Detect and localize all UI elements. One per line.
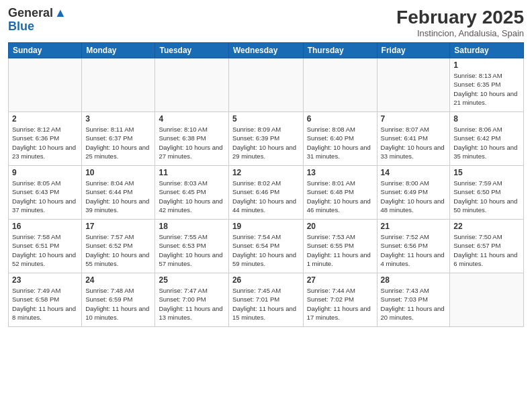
calendar-cell: 8Sunrise: 8:06 AM Sunset: 6:42 PM Daylig… xyxy=(450,112,524,166)
day-info: Sunrise: 8:06 AM Sunset: 6:42 PM Dayligh… xyxy=(453,125,520,161)
calendar-cell: 12Sunrise: 8:02 AM Sunset: 6:46 PM Dayli… xyxy=(228,166,303,220)
day-info: Sunrise: 8:12 AM Sunset: 6:36 PM Dayligh… xyxy=(12,125,78,161)
col-saturday: Saturday xyxy=(450,43,524,58)
col-tuesday: Tuesday xyxy=(155,43,228,58)
calendar-cell xyxy=(377,58,450,112)
day-number: 22 xyxy=(453,222,520,231)
calendar-table: Sunday Monday Tuesday Wednesday Thursday… xyxy=(8,42,524,327)
day-info: Sunrise: 8:05 AM Sunset: 6:43 PM Dayligh… xyxy=(12,179,78,214)
calendar-cell: 20Sunrise: 7:53 AM Sunset: 6:55 PM Dayli… xyxy=(303,220,377,273)
day-info: Sunrise: 8:11 AM Sunset: 6:37 PM Dayligh… xyxy=(85,125,151,161)
day-number: 26 xyxy=(232,275,300,285)
day-number: 27 xyxy=(307,275,373,285)
day-number: 24 xyxy=(85,275,151,285)
calendar-cell: 14Sunrise: 8:00 AM Sunset: 6:49 PM Dayli… xyxy=(377,166,450,220)
calendar-cell: 3Sunrise: 8:11 AM Sunset: 6:37 PM Daylig… xyxy=(82,112,155,166)
day-info: Sunrise: 7:43 AM Sunset: 7:03 PM Dayligh… xyxy=(381,286,447,322)
day-info: Sunrise: 7:47 AM Sunset: 7:00 PM Dayligh… xyxy=(159,286,224,322)
day-info: Sunrise: 8:10 AM Sunset: 6:38 PM Dayligh… xyxy=(159,125,224,161)
calendar-subtitle: Instincion, Andalusia, Spain xyxy=(396,28,524,38)
day-number: 21 xyxy=(381,222,447,231)
col-sunday: Sunday xyxy=(9,43,82,58)
day-info: Sunrise: 7:52 AM Sunset: 6:56 PM Dayligh… xyxy=(381,232,447,268)
day-number: 6 xyxy=(307,114,373,124)
day-info: Sunrise: 8:13 AM Sunset: 6:35 PM Dayligh… xyxy=(453,71,520,107)
day-info: Sunrise: 8:08 AM Sunset: 6:40 PM Dayligh… xyxy=(307,125,373,161)
col-friday: Friday xyxy=(377,43,450,58)
day-number: 5 xyxy=(232,114,300,124)
calendar-cell: 22Sunrise: 7:50 AM Sunset: 6:57 PM Dayli… xyxy=(450,220,524,273)
calendar-cell: 7Sunrise: 8:07 AM Sunset: 6:41 PM Daylig… xyxy=(377,112,450,166)
calendar-cell xyxy=(303,58,377,112)
calendar-cell xyxy=(9,58,82,112)
day-info: Sunrise: 8:04 AM Sunset: 6:44 PM Dayligh… xyxy=(85,179,151,214)
col-wednesday: Wednesday xyxy=(228,43,303,58)
day-info: Sunrise: 8:02 AM Sunset: 6:46 PM Dayligh… xyxy=(232,179,300,214)
calendar-cell xyxy=(450,273,524,327)
day-info: Sunrise: 7:48 AM Sunset: 6:59 PM Dayligh… xyxy=(85,286,151,322)
day-number: 18 xyxy=(159,222,224,231)
day-number: 7 xyxy=(381,114,447,124)
calendar-cell: 21Sunrise: 7:52 AM Sunset: 6:56 PM Dayli… xyxy=(377,220,450,273)
calendar-cell: 27Sunrise: 7:44 AM Sunset: 7:02 PM Dayli… xyxy=(303,273,377,327)
day-number: 9 xyxy=(12,168,78,177)
day-info: Sunrise: 7:49 AM Sunset: 6:58 PM Dayligh… xyxy=(12,286,78,322)
day-number: 19 xyxy=(232,222,300,231)
day-info: Sunrise: 7:59 AM Sunset: 6:50 PM Dayligh… xyxy=(453,179,520,214)
day-info: Sunrise: 8:03 AM Sunset: 6:45 PM Dayligh… xyxy=(159,179,224,214)
calendar-header-row: Sunday Monday Tuesday Wednesday Thursday… xyxy=(9,43,524,58)
logo: General▲ Blue xyxy=(8,7,66,34)
day-number: 25 xyxy=(159,275,224,285)
day-number: 11 xyxy=(159,168,224,177)
day-info: Sunrise: 7:45 AM Sunset: 7:01 PM Dayligh… xyxy=(232,286,300,322)
calendar-cell: 26Sunrise: 7:45 AM Sunset: 7:01 PM Dayli… xyxy=(228,273,303,327)
day-info: Sunrise: 7:44 AM Sunset: 7:02 PM Dayligh… xyxy=(307,286,373,322)
day-number: 15 xyxy=(453,168,520,177)
calendar-cell: 5Sunrise: 8:09 AM Sunset: 6:39 PM Daylig… xyxy=(228,112,303,166)
day-number: 10 xyxy=(85,168,151,177)
day-info: Sunrise: 8:01 AM Sunset: 6:48 PM Dayligh… xyxy=(307,179,373,214)
calendar-cell: 19Sunrise: 7:54 AM Sunset: 6:54 PM Dayli… xyxy=(228,220,303,273)
calendar-cell: 24Sunrise: 7:48 AM Sunset: 6:59 PM Dayli… xyxy=(82,273,155,327)
calendar-cell: 17Sunrise: 7:57 AM Sunset: 6:52 PM Dayli… xyxy=(82,220,155,273)
day-info: Sunrise: 8:07 AM Sunset: 6:41 PM Dayligh… xyxy=(381,125,447,161)
day-number: 8 xyxy=(453,114,520,124)
calendar-cell xyxy=(82,58,155,112)
calendar-week-1: 1Sunrise: 8:13 AM Sunset: 6:35 PM Daylig… xyxy=(9,58,524,112)
calendar-cell xyxy=(155,58,228,112)
calendar-cell: 18Sunrise: 7:55 AM Sunset: 6:53 PM Dayli… xyxy=(155,220,228,273)
day-number: 28 xyxy=(381,275,447,285)
calendar-cell: 28Sunrise: 7:43 AM Sunset: 7:03 PM Dayli… xyxy=(377,273,450,327)
calendar-title: February 2025 xyxy=(396,7,524,28)
day-number: 12 xyxy=(232,168,300,177)
day-number: 23 xyxy=(12,275,78,285)
page-container: General▲ Blue February 2025 Instincion, … xyxy=(0,0,532,411)
calendar-cell: 6Sunrise: 8:08 AM Sunset: 6:40 PM Daylig… xyxy=(303,112,377,166)
day-number: 4 xyxy=(159,114,224,124)
calendar-cell xyxy=(228,58,303,112)
day-number: 2 xyxy=(12,114,78,124)
calendar-cell: 11Sunrise: 8:03 AM Sunset: 6:45 PM Dayli… xyxy=(155,166,228,220)
calendar-cell: 13Sunrise: 8:01 AM Sunset: 6:48 PM Dayli… xyxy=(303,166,377,220)
calendar-cell: 4Sunrise: 8:10 AM Sunset: 6:38 PM Daylig… xyxy=(155,112,228,166)
calendar-cell: 15Sunrise: 7:59 AM Sunset: 6:50 PM Dayli… xyxy=(450,166,524,220)
day-info: Sunrise: 7:50 AM Sunset: 6:57 PM Dayligh… xyxy=(453,232,520,268)
col-thursday: Thursday xyxy=(303,43,377,58)
day-number: 3 xyxy=(85,114,151,124)
calendar-cell: 9Sunrise: 8:05 AM Sunset: 6:43 PM Daylig… xyxy=(9,166,82,220)
calendar-cell: 16Sunrise: 7:58 AM Sunset: 6:51 PM Dayli… xyxy=(9,220,82,273)
calendar-week-4: 16Sunrise: 7:58 AM Sunset: 6:51 PM Dayli… xyxy=(9,220,524,273)
day-info: Sunrise: 8:00 AM Sunset: 6:49 PM Dayligh… xyxy=(381,179,447,214)
calendar-cell: 1Sunrise: 8:13 AM Sunset: 6:35 PM Daylig… xyxy=(450,58,524,112)
day-number: 17 xyxy=(85,222,151,231)
day-number: 13 xyxy=(307,168,373,177)
title-block: February 2025 Instincion, Andalusia, Spa… xyxy=(396,7,524,38)
day-number: 16 xyxy=(12,222,78,231)
logo-text: General▲ Blue xyxy=(8,7,66,34)
day-info: Sunrise: 7:57 AM Sunset: 6:52 PM Dayligh… xyxy=(85,232,151,268)
calendar-week-3: 9Sunrise: 8:05 AM Sunset: 6:43 PM Daylig… xyxy=(9,166,524,220)
day-number: 14 xyxy=(381,168,447,177)
calendar-cell: 2Sunrise: 8:12 AM Sunset: 6:36 PM Daylig… xyxy=(9,112,82,166)
page-header: General▲ Blue February 2025 Instincion, … xyxy=(8,7,524,38)
calendar-cell: 10Sunrise: 8:04 AM Sunset: 6:44 PM Dayli… xyxy=(82,166,155,220)
